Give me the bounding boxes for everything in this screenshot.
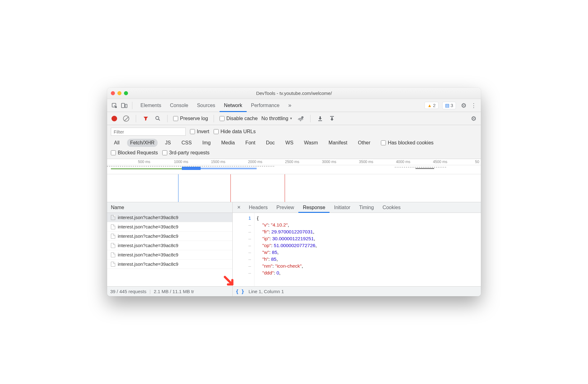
preserve-log-checkbox[interactable]: Preserve log (173, 116, 208, 121)
timeline-tick: 2500 ms (285, 160, 299, 164)
source-line: "ip": 30.0000012219251, (257, 235, 317, 242)
throttling-select[interactable]: No throttling▼ (261, 116, 292, 121)
filter-type-fetch-xhr[interactable]: Fetch/XHR (127, 139, 158, 147)
svg-point-3 (156, 116, 159, 119)
filter-input[interactable] (111, 128, 186, 136)
gutter-line: – (233, 263, 251, 269)
request-name: interest.json?cache=39ac8c9 (118, 252, 178, 257)
request-name: interest.json?cache=39ac8c9 (118, 243, 178, 248)
file-icon (111, 243, 115, 248)
disable-cache-checkbox[interactable]: Disable cache (220, 116, 258, 121)
record-button[interactable] (110, 115, 118, 123)
filter-icon[interactable] (142, 115, 150, 123)
source-line: "fr": 29.9700012207031, (257, 228, 317, 235)
export-har-icon[interactable] (328, 115, 336, 123)
svg-rect-2 (125, 104, 127, 108)
cursor-position: Line 1, Column 1 (249, 289, 284, 294)
network-conditions-icon[interactable] (296, 115, 305, 123)
import-har-icon[interactable] (316, 115, 324, 123)
filter-type-img[interactable]: Img (199, 139, 214, 147)
filter-type-css[interactable]: CSS (178, 139, 195, 147)
timeline-tick: 500 ms (138, 160, 150, 164)
response-viewer[interactable]: 1–––––––– { "v": "4.10.2", "fr": 29.9700… (233, 213, 481, 286)
source-line: "ddd": 0, (257, 269, 317, 276)
file-icon (111, 262, 115, 267)
gutter-line: – (233, 235, 251, 242)
request-row[interactable]: interest.json?cache=39ac8c9 (107, 222, 232, 232)
request-row[interactable]: interest.json?cache=39ac8c9 (107, 232, 232, 241)
tab-network[interactable]: Network (220, 99, 247, 112)
has-blocked-cookies-checkbox[interactable]: Has blocked cookies (381, 140, 434, 146)
annotation-arrow (222, 274, 236, 288)
timeline-tick: 2000 ms (248, 160, 262, 164)
detail-tab-cookies[interactable]: Cookies (378, 202, 405, 213)
messages-badge[interactable]: ▤3 (442, 102, 456, 109)
source-line: "h": 85, (257, 256, 317, 263)
source-line: { (257, 215, 317, 222)
tab-console[interactable]: Console (166, 99, 193, 112)
request-name: interest.json?cache=39ac8c9 (118, 233, 178, 239)
request-row[interactable]: interest.json?cache=39ac8c9 (107, 250, 232, 260)
gutter-line: – (233, 249, 251, 256)
gutter-line: – (233, 256, 251, 263)
file-icon (111, 215, 115, 220)
detail-tab-headers[interactable]: Headers (244, 202, 272, 213)
timeline-overview[interactable]: 500 ms1000 ms1500 ms2000 ms2500 ms3000 m… (107, 159, 481, 202)
request-detail-panel: × HeadersPreviewResponseInitiatorTimingC… (233, 202, 481, 286)
filter-type-doc[interactable]: Doc (263, 139, 278, 147)
timeline-tick: 3500 ms (359, 160, 373, 164)
timeline-tick: 3000 ms (322, 160, 336, 164)
close-detail-icon[interactable]: × (235, 204, 243, 211)
name-column-header[interactable]: Name (107, 202, 232, 213)
detail-tab-preview[interactable]: Preview (272, 202, 298, 213)
source-line: "op": 51.0000020772726, (257, 242, 317, 249)
filter-type-all[interactable]: All (111, 139, 123, 147)
detail-tab-response[interactable]: Response (298, 202, 330, 213)
tab-elements[interactable]: Elements (136, 99, 166, 112)
source-line: "v": "4.10.2", (257, 222, 317, 228)
network-settings-icon[interactable]: ⚙ (470, 115, 478, 123)
pretty-print-icon[interactable]: { } (236, 289, 244, 294)
invert-checkbox[interactable]: Invert (190, 129, 209, 134)
inspect-element-icon[interactable] (110, 101, 118, 110)
timeline-tick: 4000 ms (396, 160, 410, 164)
source-line: "w": 85, (257, 249, 317, 256)
warnings-badge[interactable]: ▲2 (424, 102, 438, 109)
device-toggle-icon[interactable] (120, 101, 128, 110)
filter-type-js[interactable]: JS (162, 139, 174, 147)
settings-icon[interactable]: ⚙ (460, 101, 468, 110)
timeline-tick: 4500 ms (433, 160, 447, 164)
filter-type-media[interactable]: Media (218, 139, 238, 147)
detail-tab-timing[interactable]: Timing (355, 202, 378, 213)
status-bar: 39 / 445 requests | 2.1 MB / 11.1 MB tr … (107, 286, 481, 296)
hide-data-urls-checkbox[interactable]: Hide data URLs (214, 129, 256, 134)
search-icon[interactable] (154, 115, 162, 123)
clear-button[interactable] (122, 115, 130, 123)
gutter-line: – (233, 222, 251, 228)
third-party-checkbox[interactable]: 3rd-party requests (162, 150, 210, 156)
tab-performance[interactable]: Performance (247, 99, 284, 112)
transfer-size: 2.1 MB / 11.1 MB tr (154, 289, 194, 294)
request-row[interactable]: interest.json?cache=39ac8c9 (107, 213, 232, 222)
filter-type-ws[interactable]: WS (282, 139, 296, 147)
main-tabstrip: ElementsConsoleSourcesNetworkPerformance… (107, 99, 481, 112)
filter-type-wasm[interactable]: Wasm (301, 139, 321, 147)
kebab-menu-icon[interactable]: ⋮ (470, 101, 478, 110)
more-tabs-icon[interactable]: » (286, 101, 294, 110)
filter-type-other[interactable]: Other (355, 139, 373, 147)
detail-tab-initiator[interactable]: Initiator (330, 202, 354, 213)
window-title: DevTools - tv.youtube.com/welcome/ (107, 91, 481, 96)
tab-sources[interactable]: Sources (192, 99, 220, 112)
request-count: 39 / 445 requests (110, 289, 146, 294)
file-icon (111, 252, 115, 257)
request-row[interactable]: interest.json?cache=39ac8c9 (107, 260, 232, 269)
request-name: interest.json?cache=39ac8c9 (118, 215, 178, 220)
request-row[interactable]: interest.json?cache=39ac8c9 (107, 241, 232, 250)
devtools-window: DevTools - tv.youtube.com/welcome/ Eleme… (107, 88, 481, 296)
filter-bar: Invert Hide data URLs AllFetch/XHRJSCSSI… (107, 125, 481, 159)
filter-type-manifest[interactable]: Manifest (325, 139, 350, 147)
blocked-requests-checkbox[interactable]: Blocked Requests (111, 150, 158, 156)
filter-type-font[interactable]: Font (242, 139, 258, 147)
file-icon (111, 234, 115, 239)
svg-rect-1 (121, 103, 125, 108)
